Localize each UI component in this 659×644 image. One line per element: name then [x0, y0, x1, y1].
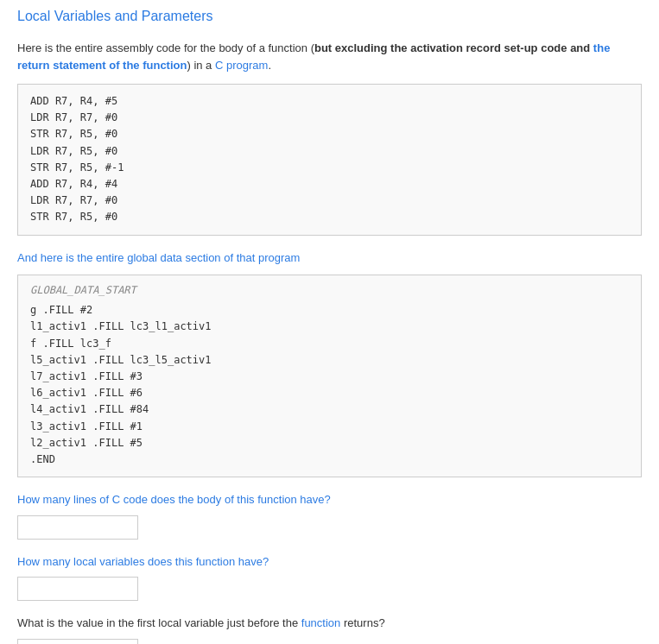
global-line-7: l4_activ1 .FILL #84: [30, 401, 629, 418]
question-block-3: What is the value in the first local var…: [17, 615, 642, 644]
q1-text: How many lines of C code does the body o…: [17, 493, 331, 506]
assembly-line-4: LDR R7, R5, #0: [30, 143, 629, 160]
global-line-5: l7_activ1 .FILL #3: [30, 369, 629, 385]
global-line-2: l1_activ1 .FILL lc3_l1_activ1: [30, 319, 629, 335]
assembly-line-6: ADD R7, R4, #4: [30, 176, 629, 193]
question-block-2: How many local variables does this funct…: [17, 553, 642, 602]
global-code-header: GLOBAL_DATA_START: [18, 275, 641, 300]
global-code-box: GLOBAL_DATA_START g .FILL #2 l1_activ1 .…: [17, 275, 642, 477]
question-2-text: How many local variables does this funct…: [17, 553, 642, 571]
q3-input[interactable]: [17, 639, 138, 644]
q3-function-word: function: [301, 616, 341, 629]
assembly-line-8: STR R7, R5, #0: [30, 209, 629, 225]
global-line-9: l2_activ1 .FILL #5: [30, 435, 629, 451]
question-block-1: How many lines of C code does the body o…: [17, 491, 642, 540]
global-line-3: f .FILL lc3_f: [30, 336, 629, 352]
intro-but-text: but excluding the activation record set-…: [17, 41, 610, 72]
q2-input[interactable]: [17, 577, 138, 601]
global-section-label: And here is the entire global data secti…: [17, 249, 642, 267]
global-line-6: l6_activ1 .FILL #6: [30, 385, 629, 401]
global-line-1: g .FILL #2: [30, 302, 629, 319]
assembly-line-1: ADD R7, R4, #5: [30, 93, 629, 110]
assembly-line-2: LDR R7, R7, #0: [30, 110, 629, 126]
question-1-text: How many lines of C code does the body o…: [17, 491, 642, 508]
q2-text: How many local variables does this funct…: [17, 555, 269, 568]
assembly-line-5: STR R7, R5, #-1: [30, 160, 629, 176]
intro-paragraph: Here is the entire assembly code for the…: [17, 40, 642, 73]
global-line-4: l5_activ1 .FILL lc3_l5_activ1: [30, 352, 629, 369]
global-line-10: .END: [30, 451, 629, 468]
assembly-line-7: LDR R7, R7, #0: [30, 193, 629, 209]
global-code-body: g .FILL #2 l1_activ1 .FILL lc3_l1_activ1…: [18, 300, 641, 477]
assembly-code-box: ADD R7, R4, #5 LDR R7, R7, #0 STR R7, R5…: [17, 84, 642, 236]
page-title: Local Variables and Parameters: [17, 9, 642, 24]
question-3-text: What is the value in the first local var…: [17, 615, 642, 632]
q1-input[interactable]: [17, 515, 138, 540]
assembly-line-3: STR R7, R5, #0: [30, 126, 629, 142]
global-line-8: l3_activ1 .FILL #1: [30, 419, 629, 435]
